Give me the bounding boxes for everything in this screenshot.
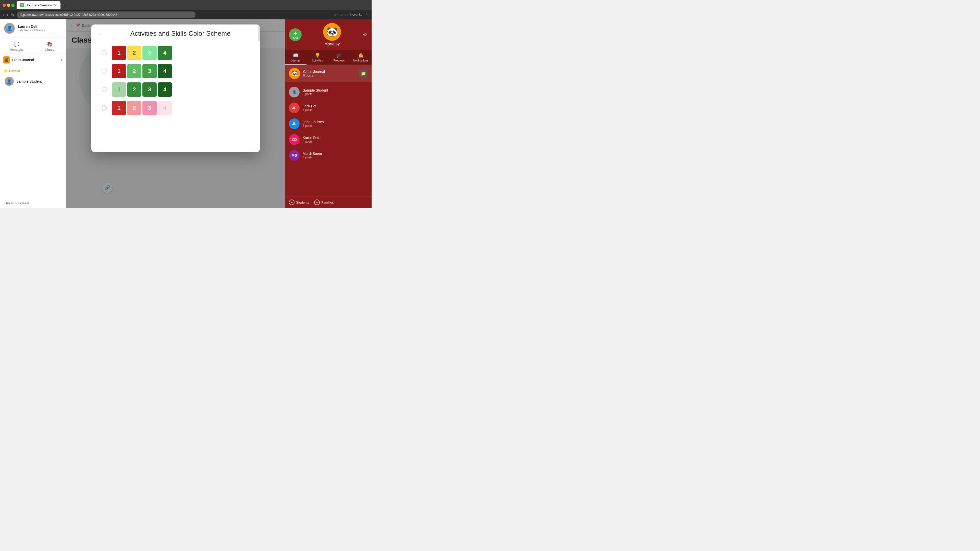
students-list: 👤 Sample Student 8 posts JP Jack Pot 6 p… <box>285 82 372 196</box>
progress-tab-icon: 🎓 <box>336 52 342 58</box>
student-name-ms: Mordi Seem <box>303 151 322 156</box>
swatch-2-3: 3 <box>142 64 157 78</box>
notifications-tab-label: Notifications <box>353 59 369 62</box>
color-options-list: 1 2 3 4 1 2 3 4 <box>91 41 260 119</box>
class-name: Class Journal <box>12 58 58 62</box>
messages-icon: 💬 <box>14 41 19 47</box>
progress-tab-label: Progress <box>333 59 345 62</box>
bookmark-icon[interactable]: ☆ <box>334 13 337 17</box>
student-avatar-kd: KD <box>289 134 300 145</box>
url-bar[interactable]: app.seesaw.me/#/class/class.e01bf4c2-9a2… <box>17 11 196 18</box>
class-dropdown-chevron: ▼ <box>60 58 63 62</box>
student-row[interactable]: JL John Louises 5 posts <box>285 116 372 132</box>
modal-header: ← Activities and Skills Color Scheme <box>91 24 260 41</box>
reload-button[interactable]: ↻ <box>11 13 14 17</box>
student-avatar-jl: JL <box>289 118 300 129</box>
library-icon: 📚 <box>47 41 52 47</box>
user-name: Lauren Deli <box>18 24 45 29</box>
forward-navigation-button[interactable]: › <box>7 13 8 17</box>
notifications-tab-icon: 🔔 <box>358 52 364 58</box>
color-scheme-radio-4[interactable] <box>102 105 107 110</box>
tab-title: Journal - Seesaw <box>26 3 52 7</box>
right-nav-tabs: 📖 Journal 💡 Activities 🎓 Progress 🔔 Noti… <box>285 50 372 65</box>
swatch-3-2: 2 <box>127 83 142 97</box>
class-journal-name: Class Journal <box>303 70 325 74</box>
profile-icon[interactable]: □ <box>345 13 347 17</box>
pinned-label: ⭐ Pinned <box>3 69 62 73</box>
main-content: ‹ 📅 Dates Class Journal 🔗 ← Activities a… <box>66 19 285 208</box>
student-row[interactable]: MS Mordi Seem 4 posts <box>285 148 372 163</box>
address-bar: ‹ › ↻ app.seesaw.me/#/class/class.e01bf4… <box>0 10 372 19</box>
new-tab-button[interactable]: + <box>64 2 67 8</box>
class-icon: 📓 <box>3 56 10 64</box>
class-journal-posts: 8 posts <box>303 74 325 77</box>
extensions-icon[interactable]: ⊞ <box>340 13 343 17</box>
incognito-label: Incognito <box>350 13 363 17</box>
window-maximize-button[interactable] <box>11 3 14 7</box>
window-controls <box>3 3 14 7</box>
student-row[interactable]: JP Jack Pot 6 posts <box>285 100 372 116</box>
swatch-4-4: 4 <box>158 101 172 115</box>
student-name-jp: Jack Pot <box>303 104 317 108</box>
color-swatches-3: 1 2 3 4 <box>112 83 172 97</box>
class-journal-info: Class Journal 8 posts <box>303 70 325 77</box>
sidebar-nav-tabs: 💬 Messages 📚 Library <box>0 38 66 54</box>
right-sidebar-bottom: + Students + Families <box>285 196 372 208</box>
library-label: Library <box>45 48 54 52</box>
tab-progress[interactable]: 🎓 Progress <box>328 50 350 65</box>
student-info-jl: John Louises 5 posts <box>303 120 324 127</box>
tab-journal[interactable]: 📖 Journal <box>285 50 307 65</box>
color-scheme-radio-2[interactable] <box>102 68 107 74</box>
window-close-button[interactable] <box>3 3 6 7</box>
modal-back-button[interactable]: ← <box>97 30 103 37</box>
color-scheme-radio-3[interactable] <box>102 87 107 92</box>
add-button[interactable]: + Add <box>289 28 302 41</box>
back-navigation-button[interactable]: ‹ <box>3 13 4 17</box>
add-students-button[interactable]: + Students <box>289 200 309 205</box>
add-families-button[interactable]: + Families <box>314 200 334 205</box>
messages-label: Messages <box>10 48 24 52</box>
sidebar-item-messages[interactable]: 💬 Messages <box>0 40 33 54</box>
app-container: 👤 Lauren Deli Teacher - 2 Classes 💬 Mess… <box>0 19 372 208</box>
activities-tab-label: Activities <box>312 59 323 62</box>
class-selector[interactable]: 📓 Class Journal ▼ <box>0 54 66 66</box>
student-info-ss: Sample Student 8 posts <box>303 88 328 96</box>
add-students-icon: + <box>289 200 294 205</box>
student-info-kd: Karen Dale 4 posts <box>303 136 321 143</box>
student-posts-jp: 6 posts <box>303 108 317 112</box>
menu-icon[interactable]: ⋮ <box>365 13 369 17</box>
student-row[interactable]: 👤 Sample Student 8 posts <box>285 84 372 100</box>
swatch-1-2: 2 <box>127 46 142 60</box>
moodjoy-name: Moodjoy <box>325 42 340 46</box>
color-scheme-radio-1[interactable] <box>102 50 107 56</box>
user-role: Teacher - 2 Classes <box>18 29 45 32</box>
sidebar-item-library[interactable]: 📚 Library <box>33 40 66 54</box>
window-minimize-button[interactable] <box>7 3 10 7</box>
modal-overlay[interactable]: ← Activities and Skills Color Scheme 1 2… <box>66 19 285 208</box>
student-name-kd: Karen Dale <box>303 136 321 140</box>
scroll-indicator <box>258 24 260 41</box>
tab-close-button[interactable]: ✕ <box>54 3 57 7</box>
browser-tab[interactable]: S Journal - Seesaw ✕ <box>17 1 60 9</box>
color-scheme-row-3: 1 2 3 4 <box>102 83 250 97</box>
swatch-1-1: 1 <box>112 46 126 60</box>
color-swatches-2: 1 2 3 4 <box>112 64 172 78</box>
right-sidebar: + Add 🐼 Moodjoy ⚙ 📖 Journal 💡 Activities… <box>285 19 372 208</box>
swatch-3-4: 4 <box>158 83 172 97</box>
moodjoy-logo: 🐼 Moodjoy <box>323 23 341 46</box>
pinned-student-item[interactable]: 👤 Sample Student <box>3 75 62 88</box>
tab-activities[interactable]: 💡 Activities <box>307 50 328 65</box>
color-scheme-row-1: 1 2 3 4 <box>102 46 250 60</box>
tab-favicon: S <box>20 3 24 7</box>
class-journal-item[interactable]: 🐼 Class Journal 8 posts 📁 <box>285 65 372 82</box>
add-families-label: Families <box>321 200 334 204</box>
class-description: This is our class! <box>0 198 66 208</box>
class-journal-folder-icon[interactable]: 📁 <box>360 69 368 78</box>
student-posts-jl: 5 posts <box>303 124 324 127</box>
moodjoy-avatar: 🐼 <box>323 23 341 41</box>
tab-notifications[interactable]: 🔔 Notifications <box>350 50 372 65</box>
color-scheme-modal: ← Activities and Skills Color Scheme 1 2… <box>91 24 260 152</box>
student-row[interactable]: KD Karen Dale 4 posts <box>285 132 372 148</box>
color-swatches-1: 1 2 3 4 <box>112 46 172 60</box>
settings-icon[interactable]: ⚙ <box>363 32 368 38</box>
